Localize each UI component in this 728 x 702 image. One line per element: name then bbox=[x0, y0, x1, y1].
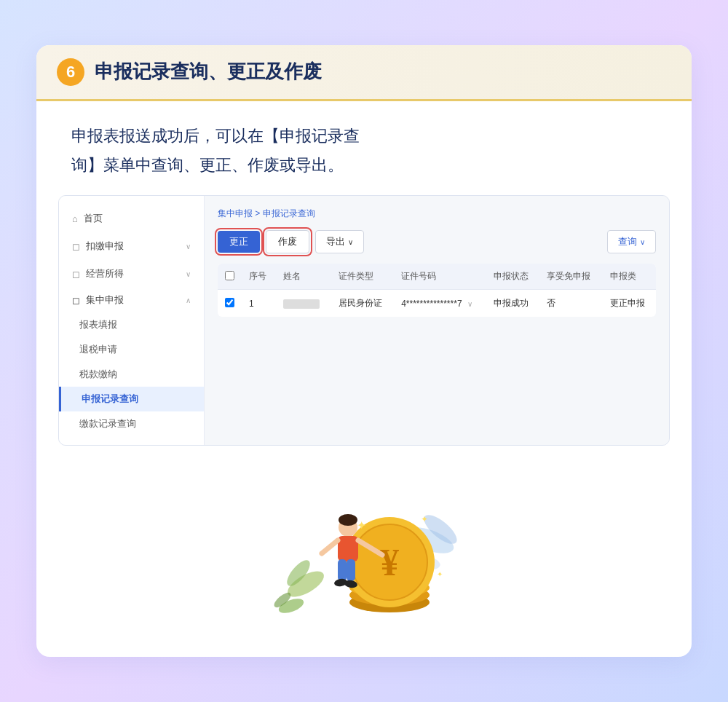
sidebar-sub-query[interactable]: 申报记录查询 bbox=[59, 387, 204, 411]
sidebar-sub-refund[interactable]: 退税申请 bbox=[59, 337, 204, 362]
cell-seq: 1 bbox=[242, 290, 276, 318]
doc-icon: ◻ bbox=[72, 241, 80, 252]
query-label: 查询 bbox=[618, 235, 637, 248]
col-cert-no: 证件号码 bbox=[394, 264, 486, 290]
chevron-down-export-icon: ∨ bbox=[348, 238, 353, 246]
illustration-area: ¥ ✦ ✦ ✦ bbox=[36, 468, 692, 628]
chevron-up-icon: ∧ bbox=[186, 296, 191, 304]
ui-inner: ⌂ 首页 ◻ 扣缴申报 ∨ ◻ 经营所得 ∨ ◻ 集中申报 ∧ bbox=[59, 196, 669, 445]
breadcrumb-current: 申报记录查询 bbox=[263, 208, 315, 218]
records-table: 序号 姓名 证件类型 证件号码 申报状态 享受免申报 申报类 bbox=[218, 264, 656, 317]
row-checkbox[interactable] bbox=[225, 298, 234, 307]
description-block: 申报表报送成功后，可以在【申报记录查 询】菜单中查询、更正、作废或导出。 bbox=[36, 101, 692, 195]
breadcrumb-separator: > bbox=[255, 208, 262, 218]
cert-no-dropdown-icon[interactable]: ∨ bbox=[467, 300, 472, 308]
svg-point-16 bbox=[339, 514, 357, 526]
main-card: 6 申报记录查询、更正及作废 申报表报送成功后，可以在【申报记录查 询】菜单中查… bbox=[36, 45, 692, 657]
cancel-button[interactable]: 作废 bbox=[266, 230, 309, 253]
section-header: 6 申报记录查询、更正及作废 bbox=[36, 45, 692, 101]
section-title: 申报记录查询、更正及作废 bbox=[95, 59, 322, 84]
svg-text:¥: ¥ bbox=[380, 542, 399, 583]
main-content: 集中申报 > 申报记录查询 更正 作废 导出 ∨ 查询 ∨ bbox=[205, 196, 669, 445]
sidebar-collective-label: 集中申报 bbox=[86, 293, 124, 307]
svg-text:✦: ✦ bbox=[437, 570, 443, 578]
coin-illustration: ¥ ✦ ✦ ✦ bbox=[262, 468, 466, 628]
col-checkbox bbox=[218, 264, 242, 290]
col-seq: 序号 bbox=[242, 264, 276, 290]
section-number: 6 bbox=[57, 58, 84, 86]
svg-rect-17 bbox=[338, 536, 358, 561]
breadcrumb-root: 集中申报 bbox=[218, 208, 253, 218]
update-button[interactable]: 更正 bbox=[218, 231, 260, 253]
cell-type: 更正申报 bbox=[603, 290, 656, 318]
col-status: 申报状态 bbox=[486, 264, 539, 290]
chevron-down-icon2: ∨ bbox=[186, 270, 191, 278]
table-row: 1 居民身份证 4***************7 ∨ 申报成功 否 bbox=[218, 290, 656, 318]
col-cert-type: 证件类型 bbox=[331, 264, 394, 290]
col-name: 姓名 bbox=[276, 264, 331, 290]
svg-rect-20 bbox=[338, 559, 347, 581]
table-header-row: 序号 姓名 证件类型 证件号码 申报状态 享受免申报 申报类 bbox=[218, 264, 656, 290]
sidebar-item-withholding[interactable]: ◻ 扣缴申报 ∨ bbox=[59, 232, 204, 260]
col-type: 申报类 bbox=[603, 264, 656, 290]
breadcrumb: 集中申报 > 申报记录查询 bbox=[218, 208, 656, 220]
ui-mockup: ⌂ 首页 ◻ 扣缴申报 ∨ ◻ 经营所得 ∨ ◻ 集中申报 ∧ bbox=[58, 195, 670, 446]
svg-text:✦: ✦ bbox=[421, 514, 428, 524]
sidebar-home-label: 首页 bbox=[84, 212, 103, 225]
select-all-checkbox[interactable] bbox=[225, 271, 234, 280]
sidebar-sub-payment-query[interactable]: 缴款记录查询 bbox=[59, 411, 204, 436]
cell-cert-type: 居民身份证 bbox=[331, 290, 394, 318]
cert-no-value: 4***************7 bbox=[401, 299, 462, 309]
cell-name bbox=[276, 290, 331, 318]
sidebar-business-label: 经营所得 bbox=[86, 267, 124, 280]
business-icon: ◻ bbox=[72, 269, 80, 280]
cell-cert-no: 4***************7 ∨ bbox=[394, 290, 486, 318]
svg-rect-21 bbox=[347, 559, 355, 581]
sidebar-group-collective[interactable]: ◻ 集中申报 ∧ bbox=[59, 288, 204, 312]
query-button[interactable]: 查询 ∨ bbox=[607, 230, 656, 253]
chevron-down-icon: ∨ bbox=[186, 242, 191, 251]
sidebar-withholding-label: 扣缴申报 bbox=[86, 240, 124, 253]
description-line2: 询】菜单中查询、更正、作废或导出。 bbox=[71, 156, 344, 174]
sidebar-item-home[interactable]: ⌂ 首页 bbox=[59, 205, 204, 232]
col-exempt: 享受免申报 bbox=[539, 264, 602, 290]
sidebar-sub-report[interactable]: 报表填报 bbox=[59, 312, 204, 337]
home-icon: ⌂ bbox=[72, 213, 78, 224]
name-masked bbox=[283, 299, 320, 309]
sidebar-item-business[interactable]: ◻ 经营所得 ∨ bbox=[59, 260, 204, 288]
description-line1: 申报表报送成功后，可以在【申报记录查 bbox=[71, 127, 360, 145]
chevron-down-query-icon: ∨ bbox=[640, 238, 645, 246]
svg-text:✦: ✦ bbox=[357, 519, 366, 532]
sidebar: ⌂ 首页 ◻ 扣缴申报 ∨ ◻ 经营所得 ∨ ◻ 集中申报 ∧ bbox=[59, 196, 205, 445]
toolbar: 更正 作废 导出 ∨ 查询 ∨ bbox=[218, 230, 656, 253]
cell-status: 申报成功 bbox=[486, 290, 539, 318]
cell-exempt: 否 bbox=[539, 290, 602, 318]
export-button[interactable]: 导出 ∨ bbox=[315, 230, 364, 253]
collective-icon: ◻ bbox=[72, 295, 80, 306]
row-checkbox-cell bbox=[218, 290, 242, 318]
export-label: 导出 bbox=[326, 235, 345, 248]
svg-line-18 bbox=[322, 540, 338, 553]
sidebar-sub-tax-payment[interactable]: 税款缴纳 bbox=[59, 362, 204, 387]
